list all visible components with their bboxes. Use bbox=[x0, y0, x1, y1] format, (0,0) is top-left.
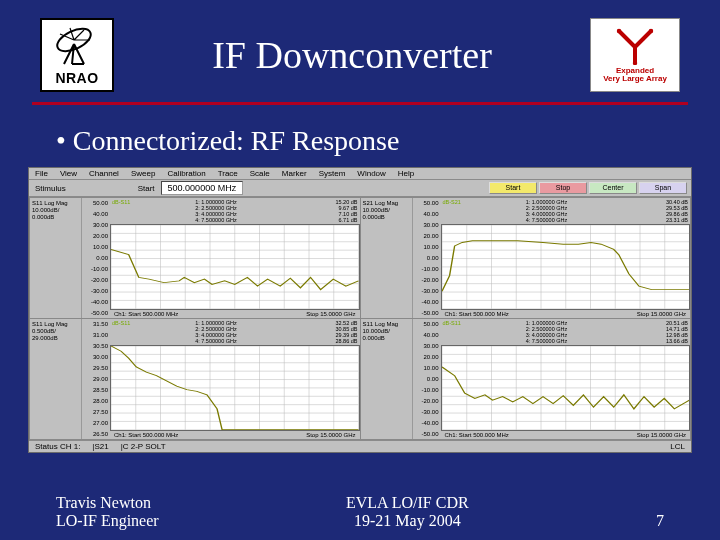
y-ticks: 50.0040.0030.0020.0010.000.00-10.00-20.0… bbox=[413, 319, 441, 439]
marker-readout: dB-S111: 1.000000 GHz2: 2.500000 GHz3: 4… bbox=[441, 319, 691, 345]
page-title: IF Downconverter bbox=[138, 33, 566, 77]
chart-panels: S11 Log Mag10.000dB/0.000dB50.0040.0030.… bbox=[29, 197, 691, 440]
svg-point-6 bbox=[633, 53, 636, 56]
menubar[interactable]: FileViewChannelSweepCalibrationTraceScal… bbox=[29, 168, 691, 180]
menu-file[interactable]: File bbox=[35, 169, 48, 178]
slide-header: NRAO IF Downconverter ExpandedVery Large… bbox=[0, 0, 720, 102]
marker-readout: dB-S111: 1.000000 GHz2: 2.500000 GHz3: 4… bbox=[110, 319, 360, 345]
svg-point-3 bbox=[633, 60, 637, 64]
network-analyzer-window: FileViewChannelSweepCalibrationTraceScal… bbox=[28, 167, 692, 453]
title-divider bbox=[32, 102, 688, 105]
bullet-text: Connectorized: RF Response bbox=[56, 125, 720, 157]
plot-footer: Ch1: Start 500.000 MHzStop 15.0000 GHz bbox=[110, 431, 360, 439]
panel-4: S11 Log Mag10.000dB/0.000dB50.0040.0030.… bbox=[361, 319, 691, 439]
stop-button[interactable]: Stop bbox=[539, 182, 587, 194]
slide-footer: Travis Newton LO-IF Engineer EVLA LO/IF … bbox=[0, 494, 720, 530]
menu-system[interactable]: System bbox=[319, 169, 346, 178]
plot-area bbox=[441, 345, 691, 431]
evla-y-icon bbox=[613, 27, 657, 65]
nrao-logo: NRAO bbox=[40, 18, 114, 92]
footer-event: EVLA LO/IF CDR 19-21 May 2004 bbox=[346, 494, 469, 530]
radio-telescope-icon bbox=[50, 24, 104, 68]
svg-point-2 bbox=[649, 28, 653, 32]
menu-help[interactable]: Help bbox=[398, 169, 414, 178]
span-button[interactable]: Span bbox=[639, 182, 687, 194]
menu-calibration[interactable]: Calibration bbox=[167, 169, 205, 178]
plot-area bbox=[441, 224, 691, 310]
marker-readout: dB-S111: 1.000000 GHz2: 2.500000 GHz3: 4… bbox=[110, 198, 360, 224]
center-button[interactable]: Center bbox=[589, 182, 637, 194]
menu-marker[interactable]: Marker bbox=[282, 169, 307, 178]
y-ticks: 50.0040.0030.0020.0010.000.00-10.00-20.0… bbox=[82, 198, 110, 318]
marker-readout: dB-S211: 1.000000 GHz2: 2.500000 GHz3: 4… bbox=[441, 198, 691, 224]
y-ticks: 50.0040.0030.0020.0010.000.00-10.00-20.0… bbox=[413, 198, 441, 318]
nrao-label: NRAO bbox=[55, 70, 98, 86]
toolbar: Stimulus Start 500.000000 MHz StartStopC… bbox=[29, 180, 691, 197]
status-right: LCL bbox=[670, 442, 685, 451]
menu-scale[interactable]: Scale bbox=[250, 169, 270, 178]
trace-info: S11 Log Mag0.500dB/29.000dB bbox=[30, 319, 82, 439]
status-left: Status CH 1: bbox=[35, 442, 80, 451]
menu-channel[interactable]: Channel bbox=[89, 169, 119, 178]
status-bar: Status CH 1: |S21 |C 2-P SOLT LCL bbox=[29, 440, 691, 452]
trace-info: S11 Log Mag10.000dB/0.000dB bbox=[361, 319, 413, 439]
plot-area bbox=[110, 224, 360, 310]
plot-footer: Ch1: Start 500.000 MHzStop 15.0000 GHz bbox=[441, 431, 691, 439]
start-label: Start bbox=[136, 184, 157, 193]
evla-logo: ExpandedVery Large Array bbox=[590, 18, 680, 92]
status-center: |C 2-P SOLT bbox=[121, 442, 166, 451]
svg-point-1 bbox=[617, 28, 621, 32]
plot-area bbox=[110, 345, 360, 431]
start-value-field[interactable]: 500.000000 MHz bbox=[161, 181, 244, 195]
svg-point-5 bbox=[641, 37, 644, 40]
trace-info: S11 Log Mag10.000dB/0.000dB bbox=[30, 198, 82, 318]
panel-1: S11 Log Mag10.000dB/0.000dB50.0040.0030.… bbox=[30, 198, 360, 318]
menu-view[interactable]: View bbox=[60, 169, 77, 178]
panel-2: S21 Log Mag10.000dB/0.000dB50.0040.0030.… bbox=[361, 198, 691, 318]
plot-footer: Ch1: Start 500.000 MHzStop 15.0000 GHz bbox=[441, 310, 691, 318]
y-ticks: 31.5031.0030.5030.0029.5029.0028.5028.00… bbox=[82, 319, 110, 439]
footer-page: 7 bbox=[656, 512, 664, 530]
trace-info: S21 Log Mag10.000dB/0.000dB bbox=[361, 198, 413, 318]
evla-label: ExpandedVery Large Array bbox=[603, 67, 667, 84]
status-mid: |S21 bbox=[92, 442, 108, 451]
start-button[interactable]: Start bbox=[489, 182, 537, 194]
menu-trace[interactable]: Trace bbox=[218, 169, 238, 178]
footer-author: Travis Newton LO-IF Engineer bbox=[56, 494, 159, 530]
menu-window[interactable]: Window bbox=[357, 169, 385, 178]
panel-3: S11 Log Mag0.500dB/29.000dB31.5031.0030.… bbox=[30, 319, 360, 439]
plot-footer: Ch1: Start 500.000 MHzStop 15.0000 GHz bbox=[110, 310, 360, 318]
svg-point-4 bbox=[625, 37, 628, 40]
menu-sweep[interactable]: Sweep bbox=[131, 169, 155, 178]
stimulus-label: Stimulus bbox=[33, 184, 68, 193]
